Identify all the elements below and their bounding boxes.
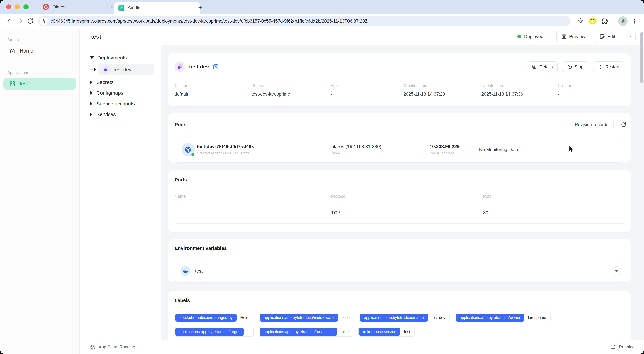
back-button[interactable] [4, 16, 15, 26]
field-app: App - [330, 83, 403, 97]
field-creation-time: Creation time 2025-11-13 14:37:29 [403, 83, 481, 97]
run-state[interactable]: Running [610, 344, 634, 350]
stop-button[interactable]: Stop [562, 61, 589, 72]
chevron-right-icon[interactable] [90, 112, 92, 117]
tree-item-label: Services [96, 112, 116, 117]
label-pill: app.kubernetes.io/managed-by Helm [174, 313, 254, 322]
col-protocol: Protocol [331, 194, 483, 199]
avatar-image [618, 17, 628, 26]
pod-row[interactable]: test-dev-78f49cf4d7-sl48k Created at 202… [174, 137, 624, 163]
restart-icon [598, 64, 603, 69]
deployment-icon [174, 62, 185, 72]
tab-title: Olares [52, 4, 110, 10]
new-tab-button[interactable]: + [196, 3, 204, 12]
sidebar-item-label: test [20, 81, 28, 87]
address-bar[interactable]: c9446345.laresprime.olares.com/app/test/… [38, 16, 570, 26]
chevron-down-icon[interactable] [90, 56, 94, 59]
docker-icon [180, 266, 190, 276]
label-key: io.kompose.service [359, 328, 400, 336]
field-value: - [558, 92, 624, 97]
tree-connector-line [89, 61, 94, 70]
sidebar-section-applications: Applications [8, 71, 79, 75]
field-value: test-dev-laresprime [252, 92, 330, 97]
edit-button[interactable]: Edit [594, 31, 620, 42]
pod-node-label: Node [332, 151, 430, 155]
stop-circle-icon [567, 64, 572, 69]
tab-close-icon[interactable]: × [191, 5, 196, 11]
sidebar-item-home[interactable]: Home [3, 45, 76, 57]
field-value: 2025-11-13 14:37:29 [403, 92, 481, 97]
sidebar-item-test-app[interactable]: test [3, 78, 76, 90]
overview-fields: Cluster default Project test-dev-larespr… [168, 72, 630, 106]
pods-divider [614, 121, 614, 128]
extensions-button[interactable] [600, 16, 610, 26]
extension-badge-button[interactable] [587, 16, 598, 26]
field-label: App [330, 83, 403, 88]
restart-button[interactable]: Restart [593, 61, 624, 72]
tab-olares[interactable]: Olares × [40, 0, 118, 14]
main-content: test-dev [161, 45, 644, 340]
refresh-pods-button[interactable] [619, 120, 628, 129]
profile-avatar[interactable] [618, 17, 628, 26]
label-value: false [338, 315, 353, 320]
bookmark-button[interactable] [575, 16, 586, 26]
revision-records-link[interactable]: Revision records [575, 122, 608, 127]
label-key: applications.app.bytetrade.io/target [176, 328, 244, 336]
reload-button[interactable] [25, 16, 36, 26]
deployment-icon [102, 65, 110, 74]
scrollbar-thumb[interactable] [640, 32, 643, 83]
browser-menu-icon [631, 18, 638, 25]
chevron-right-icon[interactable] [90, 91, 92, 95]
chevron-right-icon[interactable] [90, 80, 92, 84]
tree-item-service-accounts[interactable]: Service accounts [80, 98, 161, 109]
details-button[interactable]: Details [527, 61, 558, 72]
tree-item-label: Configmaps [96, 90, 123, 96]
mouse-cursor [568, 145, 575, 153]
field-label: Update time [481, 83, 558, 88]
sidebar-section-studio: Studio [8, 38, 79, 42]
labels-section-title: Labels [174, 298, 190, 303]
minimize-window-button[interactable] [15, 4, 20, 10]
label-value: false [337, 329, 352, 334]
header-more-button[interactable] [624, 31, 636, 42]
pod-name-block: test-dev-78f49cf4d7-sl48k Created at 202… [197, 144, 332, 155]
pod-name: test-dev-78f49cf4d7-sl48k [197, 144, 332, 149]
extension-badge-icon [589, 17, 596, 25]
tree-item-configmaps[interactable]: Configmaps [80, 88, 161, 98]
env-row[interactable]: test [174, 260, 624, 282]
forward-button[interactable] [15, 16, 25, 26]
site-settings-button[interactable] [40, 17, 48, 25]
label-key: applications.apps.bytetrade.io/runasuser [260, 328, 337, 336]
browser-menu-button[interactable] [629, 16, 640, 26]
stop-button-label: Stop [574, 64, 584, 70]
page-title: test [91, 33, 101, 40]
preview-button[interactable]: Preview [556, 31, 590, 42]
tree-item-services[interactable]: Services [80, 109, 161, 120]
ports-header-row: Name Protocol Port [174, 191, 624, 202]
label-key: applications.app.bytetrade.io/name [360, 313, 428, 322]
deployment-title: test-dev [189, 64, 209, 70]
site-settings-icon [41, 19, 46, 24]
chevron-right-icon[interactable] [90, 102, 92, 106]
open-preview-icon[interactable] [213, 64, 219, 70]
traffic-lights [6, 4, 28, 10]
tree-item-test-dev[interactable]: test-dev [91, 64, 161, 75]
tree-item-test-dev-box[interactable]: test-dev [98, 64, 154, 75]
chevron-right-icon[interactable] [94, 68, 96, 72]
close-window-button[interactable] [6, 4, 11, 10]
label-pill: applications.app.bytetrade.io/target [174, 327, 254, 336]
url-text[interactable]: c9446345.laresprime.olares.com/app/test/… [51, 19, 368, 24]
toolbar-divider [614, 18, 614, 25]
field-project: Project test-dev-laresprime [252, 83, 330, 97]
resource-tree: Deployments test-dev [80, 45, 161, 340]
zoom-window-button[interactable] [24, 4, 28, 10]
field-label: Cluster [174, 83, 252, 88]
sidebar: Studio Home Applications test [0, 29, 80, 354]
label-pill: applications.app.bytetrade.io/owner lare… [455, 313, 550, 322]
col-name: Name [174, 194, 331, 199]
env-expand-button[interactable] [612, 266, 621, 276]
tree-item-secrets[interactable]: Secrets [80, 77, 161, 88]
tab-studio[interactable]: Studio × [114, 2, 200, 14]
extensions-puzzle-icon [601, 18, 608, 25]
label-value: laresprime [524, 315, 550, 320]
